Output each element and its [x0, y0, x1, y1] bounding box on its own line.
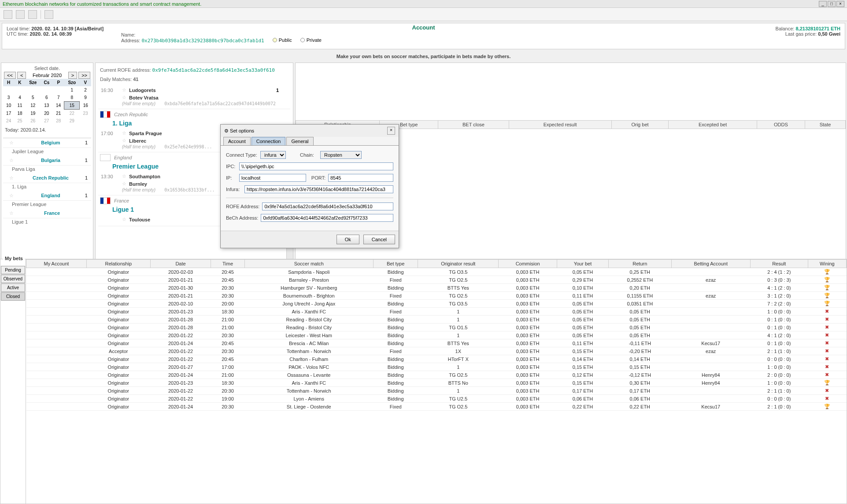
table-row[interactable]: Originator2020-01-2220:30Leicester - Wes…	[26, 331, 847, 339]
connect-type-label: Connect Type:	[226, 152, 258, 158]
gas-value: 0,50 Gwei	[818, 31, 840, 37]
table-row[interactable]: Originator2020-01-2821:00Reading - Brist…	[26, 316, 847, 324]
flag-icon	[100, 154, 111, 161]
table-row[interactable]: Originator2020-01-2318:30Aris - Xanthi F…	[26, 308, 847, 316]
modal-title: Set options	[230, 128, 254, 133]
trophy-icon: 🏆	[824, 285, 830, 290]
cal-prev-year[interactable]: <<	[4, 72, 16, 79]
modal-tab-connection[interactable]: Connection	[252, 137, 286, 145]
star-icon[interactable]: ☆	[119, 130, 129, 136]
ok-button[interactable]: Ok	[337, 235, 359, 244]
toolbar-icon-3[interactable]	[28, 10, 37, 19]
table-row[interactable]: Originator2020-02-0320:45Sampdoria - Nap…	[26, 268, 847, 276]
country-item[interactable]: ☆Belgium1	[3, 138, 91, 148]
table-row[interactable]: Originator2020-01-2420:30St. Liege - Oos…	[26, 403, 847, 411]
port-input[interactable]	[328, 174, 393, 182]
bech-addr-input[interactable]	[261, 214, 393, 222]
cal-selected-day[interactable]: 15	[64, 102, 80, 110]
address-label: Address:	[121, 38, 140, 43]
utc-time-value: 2020. 02. 14. 08:39	[30, 31, 72, 37]
cross-icon: ✖	[825, 356, 829, 361]
star-icon[interactable]: ☆	[119, 95, 129, 100]
infura-input[interactable]	[244, 185, 393, 193]
league-item[interactable]: Jupiler League	[3, 148, 91, 156]
flag-icon	[100, 197, 111, 204]
toolbar-icon-2[interactable]	[16, 10, 25, 19]
star-icon[interactable]: ☆	[7, 210, 16, 216]
status-tab-active[interactable]: Active	[1, 283, 25, 292]
connect-type-select[interactable]: infura	[260, 151, 286, 159]
table-row[interactable]: Originator2020-01-2717:00PAOK - Volos NF…	[26, 363, 847, 371]
country-list: ☆Belgium1Jupiler League☆Bulgaria1Parva L…	[3, 138, 91, 226]
table-row[interactable]: Originator2020-01-2120:45Barnsley - Pres…	[26, 276, 847, 284]
chain-select[interactable]: Ropsten	[320, 151, 362, 159]
cal-next-year[interactable]: >>	[78, 72, 90, 79]
country-item[interactable]: ☆England1	[3, 191, 91, 201]
ip-input[interactable]	[239, 174, 306, 182]
modal-tab-account[interactable]: Account	[223, 137, 251, 145]
star-icon[interactable]: ☆	[119, 173, 129, 179]
toolbar	[0, 8, 847, 21]
table-row[interactable]: Originator2020-01-2120:30Bournemouth - B…	[26, 292, 847, 300]
cross-icon: ✖	[825, 388, 829, 393]
cross-icon: ✖	[825, 340, 829, 346]
local-time-value: 2020. 02. 14. 10:39 [Asia/Beirut]	[31, 26, 104, 31]
cancel-button[interactable]: Cancel	[363, 235, 395, 244]
cross-icon: ✖	[825, 396, 829, 401]
league-item[interactable]: Ligue 1	[3, 218, 91, 226]
star-icon[interactable]: ☆	[119, 87, 129, 93]
star-icon[interactable]: ☆	[7, 158, 16, 163]
trophy-icon: 🏆	[824, 301, 830, 306]
balance-value: 8,21328101271 ETH	[795, 26, 840, 31]
league-item[interactable]: Premier League	[3, 201, 91, 209]
star-icon[interactable]: ☆	[7, 175, 16, 181]
modal-close-button[interactable]: ×	[387, 127, 395, 135]
star-icon[interactable]: ☆	[7, 193, 16, 199]
country-item[interactable]: ☆Bulgaria1	[3, 156, 91, 166]
cross-icon: ✖	[825, 372, 829, 377]
status-tab-pending[interactable]: Pending	[1, 266, 25, 274]
table-row[interactable]: Originator2020-01-2220:45Charlton - Fulh…	[26, 355, 847, 363]
minimize-button[interactable]: _	[819, 1, 827, 7]
ipc-input[interactable]	[239, 162, 393, 170]
balance-label: Balance:	[776, 26, 795, 31]
my-bets-section: My bets PendingObservedActiveClosed My A…	[0, 259, 847, 504]
cal-next-month[interactable]: >	[68, 72, 77, 79]
address-value: 0x273b4b0398a1d3c32923880bc97bdca0c3fab1…	[141, 38, 264, 44]
gas-label: Last gas price:	[785, 31, 817, 37]
bech-addr-label: BeCh Address:	[226, 215, 258, 221]
star-icon[interactable]: ☆	[119, 217, 129, 222]
public-radio[interactable]: Public	[273, 37, 292, 43]
close-button[interactable]: ×	[836, 1, 844, 7]
calendar-panel: Select date. << < Február 2020 > >> HKSz…	[1, 63, 93, 276]
modal-tab-general[interactable]: General	[286, 137, 313, 145]
star-icon[interactable]: ☆	[119, 181, 129, 187]
league-item[interactable]: Parva Liga	[3, 166, 91, 173]
star-icon[interactable]: ☆	[119, 138, 129, 143]
table-row[interactable]: Originator2020-01-2318:30Aris - Xanthi F…	[26, 379, 847, 387]
trophy-icon: 🏆	[824, 269, 830, 274]
table-row[interactable]: Originator2020-01-2219:00Lyon - AmiensBi…	[26, 395, 847, 403]
private-radio[interactable]: Private	[300, 37, 322, 43]
star-icon[interactable]: ☆	[7, 140, 16, 146]
table-row[interactable]: Originator2020-01-2821:00Reading - Brist…	[26, 324, 847, 331]
maximize-button[interactable]: □	[828, 1, 836, 7]
toolbar-icon-tools[interactable]	[44, 10, 53, 19]
set-options-dialog: ⚙ Set options × AccountConnectionGeneral…	[220, 124, 399, 248]
table-row[interactable]: Originator2020-01-2220:30Tottenham - Nor…	[26, 387, 847, 395]
table-row[interactable]: Originator2020-01-3020:30Hamburger SV - …	[26, 284, 847, 292]
status-tab-observed[interactable]: Observed	[1, 275, 25, 283]
toolbar-icon-1[interactable]	[4, 10, 12, 19]
rofe-addr-input[interactable]	[262, 202, 393, 210]
table-row[interactable]: Originator2020-02-1020:00Jong Utrecht - …	[26, 300, 847, 308]
country-item[interactable]: ☆France	[3, 209, 91, 218]
country-item[interactable]: ☆Czech Republic1	[3, 173, 91, 183]
league-item[interactable]: 1. Liga	[3, 183, 91, 191]
match-block[interactable]: 16:30☆Ludogorets1☆Botev Vratsa(Half time…	[98, 84, 290, 109]
table-row[interactable]: Originator2020-01-2421:00Ossasuna - Leva…	[26, 371, 847, 379]
table-row[interactable]: Acceptor2020-01-2220:30Tottenham - Norwi…	[26, 347, 847, 355]
table-row[interactable]: Originator2020-01-2420:45Brescia - AC Mi…	[26, 339, 847, 347]
status-tab-closed[interactable]: Closed	[1, 292, 25, 301]
cal-prev-month[interactable]: <	[17, 72, 26, 79]
cross-icon: ✖	[825, 324, 829, 330]
